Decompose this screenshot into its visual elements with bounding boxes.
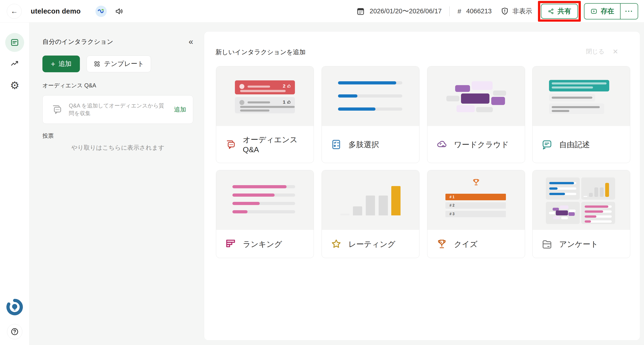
present-play-icon bbox=[590, 8, 598, 15]
template-button[interactable]: テンプレート bbox=[87, 56, 151, 72]
share-button[interactable]: 共有 bbox=[541, 4, 578, 19]
quiz-rank-row: # 1 bbox=[446, 194, 506, 200]
interaction-card-qa[interactable]: 2 1 bbox=[216, 66, 314, 163]
top-bar: ← utelecon demo 2026/01/20〜2026/06/17 # … bbox=[0, 0, 644, 23]
qa-preview: 2 1 bbox=[216, 66, 314, 126]
grid-icon bbox=[94, 61, 100, 67]
quiz-rank-row: # 2 bbox=[446, 202, 506, 209]
interaction-card-survey[interactable]: アンケート bbox=[532, 170, 630, 258]
survey-preview bbox=[532, 170, 630, 230]
interaction-card-quiz[interactable]: # 1 # 2 # 3 クイズ bbox=[427, 170, 525, 258]
sidebar-heading: 自分のインタラクション bbox=[42, 38, 113, 46]
ranking-bars-icon bbox=[225, 238, 236, 250]
presentation-title: utelecon demo bbox=[31, 7, 80, 15]
card-label-text: ランキング bbox=[243, 239, 282, 249]
calendar-icon bbox=[356, 7, 365, 16]
folder-icon bbox=[541, 238, 553, 250]
trophy-icon-small bbox=[472, 178, 481, 187]
multiple-choice-preview bbox=[322, 66, 419, 126]
qa-chat-icon bbox=[225, 139, 236, 150]
help-button[interactable] bbox=[7, 324, 22, 339]
rating-preview bbox=[322, 170, 419, 230]
topbar-divider bbox=[449, 6, 450, 16]
present-button[interactable]: 存在 bbox=[584, 4, 620, 19]
panel-title: 新しいインタラクションを追加 bbox=[216, 48, 306, 57]
rail-item-trends[interactable] bbox=[10, 59, 20, 68]
share-highlight-box: 共有 bbox=[538, 1, 581, 22]
qa-section-label: オーディエンス Q&A bbox=[42, 82, 96, 89]
present-button-group: 存在 ··· bbox=[584, 3, 638, 20]
topbar-right-cluster: 2026/01/20〜2026/06/17 # 4066213 非表示 共有 bbox=[356, 1, 638, 22]
quiz-rank-row: # 3 bbox=[446, 211, 506, 217]
trophy-icon bbox=[436, 238, 448, 250]
question-icon bbox=[10, 327, 19, 336]
cloud-icon bbox=[436, 139, 448, 150]
close-panel-control[interactable]: 閉じる ✕ bbox=[586, 48, 618, 56]
back-arrow-icon: ← bbox=[10, 7, 18, 15]
word-cloud-preview bbox=[428, 66, 525, 126]
share-icon bbox=[548, 8, 554, 15]
webex-infinity-icon bbox=[97, 8, 105, 15]
more-options-button[interactable]: ··· bbox=[620, 4, 638, 19]
session-code: 4066213 bbox=[466, 8, 492, 15]
quiz-preview: # 1 # 2 # 3 bbox=[428, 170, 525, 230]
thumbs-up-icon bbox=[287, 84, 291, 88]
rail-item-settings[interactable]: ⚙ bbox=[10, 80, 19, 91]
card-label-text: 自由記述 bbox=[559, 140, 590, 149]
qa-add-link[interactable]: 追加 bbox=[174, 105, 186, 114]
add-interaction-button[interactable]: + 追加 bbox=[42, 56, 80, 72]
interaction-card-word-cloud[interactable]: ワードクラウド bbox=[427, 66, 525, 163]
gear-icon: ⚙ bbox=[10, 80, 19, 91]
close-icon: ✕ bbox=[613, 48, 618, 56]
star-icon bbox=[330, 238, 342, 250]
hidden-status-label: 非表示 bbox=[512, 7, 532, 16]
hash-icon: # bbox=[458, 8, 461, 15]
interaction-card-multiple-choice[interactable]: 多肢選択 bbox=[322, 66, 420, 163]
rail-item-interactions[interactable] bbox=[5, 33, 24, 52]
shield-alert-icon bbox=[500, 7, 509, 16]
back-button[interactable]: ← bbox=[7, 4, 22, 19]
interaction-card-open-ended[interactable]: 自由記述 bbox=[532, 66, 630, 163]
speech-bubble-lines-icon bbox=[541, 139, 553, 150]
mentimeter-logo bbox=[6, 298, 23, 316]
ranking-preview bbox=[216, 170, 314, 230]
checklist-icon bbox=[330, 139, 342, 150]
vote-placeholder-text: やり取りはこちらに表示されます bbox=[42, 144, 193, 152]
qa-likes-top: 2 bbox=[283, 83, 286, 89]
card-label-text: クイズ bbox=[454, 239, 478, 249]
qa-empty-card: Q&A を追加してオーディエンスから質問を収集 追加 bbox=[42, 95, 193, 124]
trend-icon bbox=[10, 59, 20, 68]
card-label-text: 多肢選択 bbox=[348, 140, 379, 149]
chat-bubbles-icon bbox=[51, 103, 63, 116]
qa-likes-bottom: 1 bbox=[283, 99, 286, 105]
date-range: 2026/01/20〜2026/06/17 bbox=[370, 7, 442, 16]
thumbs-up-icon bbox=[287, 100, 291, 104]
announce-speaker-icon[interactable] bbox=[115, 7, 124, 16]
plus-icon: + bbox=[51, 60, 55, 68]
vote-section-label: 投票 bbox=[42, 132, 54, 140]
collapse-sidebar-icon[interactable]: « bbox=[189, 37, 193, 47]
close-label: 閉じる bbox=[586, 48, 604, 56]
card-label-text: アンケート bbox=[559, 239, 598, 249]
left-rail: ⚙ bbox=[0, 23, 30, 345]
webex-logo bbox=[96, 6, 107, 17]
interaction-card-ranking[interactable]: ランキング bbox=[216, 170, 314, 258]
qa-card-text: Q&A を追加してオーディエンスから質問を収集 bbox=[69, 102, 168, 117]
card-label-text: オーディエンス Q&A bbox=[243, 135, 306, 154]
card-label-text: ワードクラウド bbox=[454, 140, 509, 149]
interactions-card-icon bbox=[10, 38, 20, 47]
open-ended-preview bbox=[532, 66, 630, 126]
interaction-card-rating[interactable]: レーティング bbox=[322, 170, 420, 258]
add-interaction-panel: 新しいインタラクションを追加 閉じる ✕ 2 1 bbox=[204, 32, 640, 340]
card-label-text: レーティング bbox=[348, 239, 395, 249]
